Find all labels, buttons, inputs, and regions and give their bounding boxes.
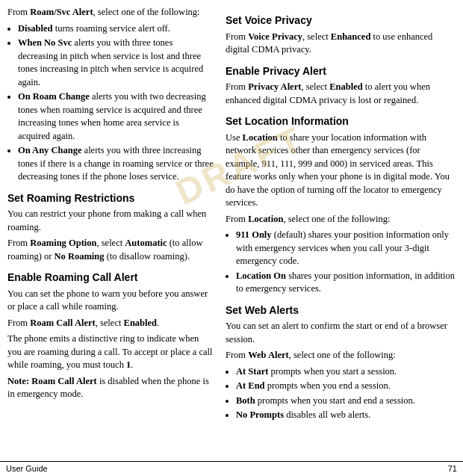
list-item: Both prompts when you start and end a se…	[236, 395, 456, 408]
heading-privacy-alert: Enable Privacy Alert	[226, 64, 456, 79]
roaming-restrictions-p2: From Roaming Option, select Automatic (t…	[7, 237, 214, 263]
web-alerts-list: At Start prompts when you start a sessio…	[236, 365, 456, 422]
list-item: Location On shares your position informa…	[236, 270, 456, 296]
location-list: 911 Only (default) shares your position …	[236, 229, 456, 296]
roaming-restrictions-p1: You can restrict your phone from making …	[7, 208, 214, 234]
list-item: At End prompts when you end a session.	[236, 380, 456, 393]
left-intro: From Roam/Svc Alert, select one of the f…	[7, 6, 214, 19]
list-item: When No Svc alerts you with three tones …	[18, 37, 214, 89]
list-item: 911 Only (default) shares your position …	[236, 229, 456, 268]
heading-roaming-restrictions: Set Roaming Restrictions	[7, 191, 214, 206]
left-column: From Roam/Svc Alert, select one of the f…	[7, 6, 223, 425]
privacy-alert-p1: From Privacy Alert, select Enabled to al…	[226, 81, 456, 107]
roam-svc-list: Disabled turns roaming service alert off…	[18, 22, 214, 184]
list-item: At Start prompts when you start a sessio…	[236, 365, 456, 379]
heading-roaming-call-alert: Enable Roaming Call Alert	[7, 271, 214, 285]
list-item: Disabled turns roaming service alert off…	[18, 22, 214, 36]
location-info-p2: From Location, select one of the followi…	[226, 213, 456, 226]
footer: User Guide 71	[0, 461, 463, 476]
list-item: No Prompts disables all web alerts.	[236, 409, 456, 422]
heading-web-alerts: Set Web Alerts	[226, 303, 456, 318]
location-info-p1: Use Location to share your location info…	[226, 132, 456, 210]
heading-voice-privacy: Set Voice Privacy	[226, 13, 456, 28]
roaming-call-alert-note: Note: Roam Call Alert is disabled when t…	[7, 375, 214, 401]
web-alerts-p2: From Web Alert, select one of the follow…	[226, 349, 456, 362]
roaming-call-alert-p2: From Roam Call Alert, select Enabled.	[7, 317, 214, 330]
list-item: On Any Change alerts you with three incr…	[18, 144, 214, 184]
right-column: Set Voice Privacy From Voice Privacy, se…	[223, 6, 456, 425]
roaming-call-alert-p3: The phone emits a distinctive ring to in…	[7, 333, 214, 372]
voice-privacy-p1: From Voice Privacy, select Enhanced to u…	[226, 31, 456, 57]
footer-left: User Guide	[6, 463, 48, 475]
list-item: On Roam Change alerts you with two decre…	[18, 90, 214, 143]
heading-location-info: Set Location Information	[226, 114, 456, 129]
roaming-call-alert-p1: You can set the phone to warn you before…	[7, 288, 214, 314]
footer-right: 71	[448, 463, 457, 475]
page-layout: From Roam/Svc Alert, select one of the f…	[7, 6, 456, 425]
web-alerts-p1: You can set an alert to confirm the star…	[226, 320, 456, 346]
